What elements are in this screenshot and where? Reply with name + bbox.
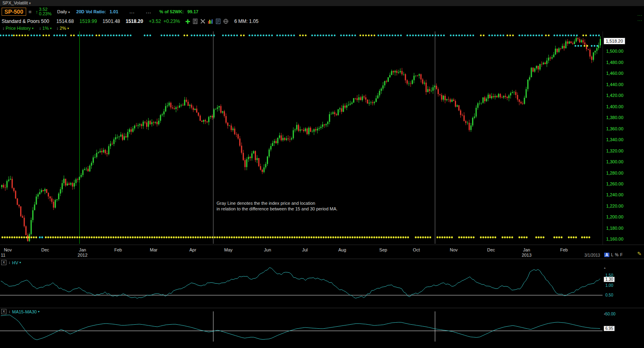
candle-body [327,122,328,124]
change-block: ↑ 3.52 0.23% [35,7,52,16]
workspace-title[interactable]: SPX_Volatilit [2,0,28,5]
price-axis-label: 1,280.00 [606,171,623,175]
draw-pencil-icon[interactable]: ✎ [637,251,642,257]
candle-body [372,102,373,103]
scale-button-a[interactable]: A [604,253,609,257]
candle-body [67,183,68,185]
signal-dot [480,35,481,36]
signal-dot [438,35,439,36]
signal-dot [243,237,245,239]
scroll-up-icon[interactable]: ▲ [603,266,606,269]
candle-body [144,121,146,122]
signal-dot [597,45,598,47]
titlebar[interactable]: SPX_Volatilit▾ [0,0,644,6]
signal-dot [199,237,201,239]
signal-dot [380,35,382,36]
candle-body [429,89,430,91]
hv-plot-canvas[interactable] [0,266,603,307]
scroll-up-icon[interactable]: ▲ [603,312,606,315]
candle-body [453,100,454,101]
close-icon[interactable]: X [1,260,6,265]
signal-dot [112,237,114,239]
ma-plot-canvas[interactable] [0,311,603,342]
price-history-dropdown[interactable]: ↕ Price History ▾ [2,26,33,31]
tools-icon[interactable] [200,19,206,24]
ma-indicator-label[interactable]: MA15-MA30 [12,309,37,314]
candle-body [477,103,479,108]
candle-body [329,114,330,122]
candle-body [219,106,220,107]
signal-dot [392,237,394,239]
signal-dot [211,237,213,239]
price-axis[interactable]: 1,500.001,480.001,460.001,440.001,420.00… [603,31,644,245]
candle-body [560,48,561,49]
candle-body [138,125,139,126]
indicator-current-box: 1.30 [604,277,615,282]
month-label: Apr [189,247,196,252]
signal-dot [577,45,579,47]
add-plus-icon[interactable] [185,19,190,24]
candle-body [106,153,107,154]
signal-dot [368,237,370,239]
candle-body [151,122,153,124]
updown-arrow-icon[interactable]: ↕ [8,309,10,314]
updown-arrow-icon[interactable]: ↕ [8,260,10,265]
scale-button-f[interactable]: F [620,253,623,257]
signal-dot [249,35,250,36]
notes-icon[interactable] [215,19,221,24]
candle-body [303,130,304,131]
close-icon[interactable]: X [1,309,6,314]
scale-2pct-dropdown[interactable]: ↕ 2% ▾ [56,26,69,31]
signal-dot [343,35,345,36]
signal-dot [233,237,235,239]
candle-body [203,120,204,121]
candle-body [374,102,375,103]
candle-body [305,128,306,131]
candle-body [22,216,23,218]
globe-icon[interactable] [223,19,229,24]
signal-dot [191,35,192,36]
candle-body [358,97,359,100]
signal-dot [248,237,250,239]
month-label: Dec [41,247,49,252]
candle-body [17,198,18,205]
signal-dot [4,237,6,239]
signal-dot [197,237,199,239]
signal-dot [45,237,47,239]
signal-dot [228,35,229,36]
scale-button-%[interactable]: % [615,253,619,257]
signal-dot [166,35,168,36]
time-axis[interactable]: NovDecJanFebMarAprMayJunJulAugSepOctNovD… [0,245,644,259]
chart-bars-icon[interactable] [208,19,213,24]
scale-1pct-dropdown[interactable]: ↕ 1% ▾ [39,26,52,31]
candle-body [262,170,263,172]
candle-body [487,95,489,99]
candle-body [91,163,92,166]
signal-dot [21,237,23,239]
candle-body [65,179,66,185]
signal-dot [134,237,136,239]
signal-dot [344,237,346,239]
candlestick-canvas[interactable] [0,31,603,245]
symbol-badge[interactable]: SP-500 [2,8,26,16]
timeframe-dropdown[interactable]: Daily ▾ [57,9,70,14]
calculator-icon[interactable] [192,19,198,24]
chevron-down-icon: ▾ [19,261,21,264]
candle-body [74,183,75,187]
signal-dot [204,237,206,239]
signal-dot [378,237,380,239]
signal-dot [322,35,324,36]
signal-dot [190,237,192,239]
candle-body [184,100,185,105]
candle-body [295,130,296,130]
year-label: 2013 [522,253,531,257]
signal-dot [95,35,97,36]
signal-dot [538,35,540,36]
main-price-chart[interactable]: Gray Line denotes the the index price an… [0,31,603,245]
signal-dot [223,237,225,239]
candle-body [224,111,225,116]
candle-body [51,198,52,202]
scale-button-l[interactable]: L [611,253,613,257]
watchlist-edit-icon[interactable]: ≡ [29,9,32,15]
hv-indicator-label[interactable]: HV [12,260,18,265]
